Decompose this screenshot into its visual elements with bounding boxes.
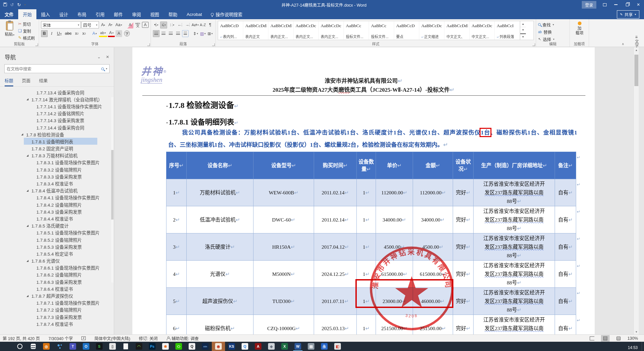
redo-button[interactable]: ↻ bbox=[17, 2, 21, 7]
table-cell[interactable]: WEW-600B↵ bbox=[253, 179, 314, 206]
style-gallery-item-投标文件...[interactable]: AaBbCc投标文件... bbox=[344, 21, 369, 40]
borders-button[interactable]: ⊞▾ bbox=[207, 30, 213, 37]
table-cell[interactable]: 完好↵ bbox=[453, 179, 474, 206]
save-button[interactable] bbox=[3, 2, 7, 7]
collapse-triangle-icon[interactable]: ◢ bbox=[26, 294, 31, 297]
teams-icon[interactable]: T bbox=[66, 342, 79, 351]
nav-heading-item[interactable]: ◢1.7.7.14 激光焊接机（全自动焊机） bbox=[0, 96, 114, 103]
character-border-button[interactable]: A bbox=[142, 22, 149, 28]
nav-heading-item[interactable]: ◢1.7.8.3 万能材料试验机 bbox=[0, 152, 114, 159]
nav-heading-item[interactable]: 1.7.8.6.4 校准证书 bbox=[0, 285, 114, 292]
table-cell[interactable]: 1↵ bbox=[357, 179, 376, 206]
table-cell[interactable]: 自有↵ bbox=[555, 261, 576, 288]
ribbon-tab-帮助[interactable]: 帮助 bbox=[164, 9, 182, 19]
nav-tab-标题[interactable]: 标题 bbox=[5, 77, 13, 86]
utility-app-icon[interactable]: ◆ bbox=[265, 342, 278, 351]
line-spacing-button[interactable]: ⇕▾ bbox=[192, 30, 199, 37]
table-header-cell[interactable]: 生产（制造）厂房详细地址↵ bbox=[474, 152, 555, 179]
nav-heading-item[interactable]: 1.7.8.3.3 设备采购发票 bbox=[0, 173, 114, 180]
nav-heading-item[interactable]: 1.7.8.5.4 检定证书 bbox=[0, 250, 114, 257]
paste-button[interactable]: 粘贴▾ bbox=[2, 21, 17, 41]
table-cell[interactable]: 江苏省淮安市淮安区经济开发区237路东藏军洞路以南88号↵ bbox=[474, 206, 555, 233]
zoom-level[interactable]: 130% bbox=[627, 336, 638, 341]
excel-icon[interactable]: X bbox=[278, 342, 291, 351]
nav-heading-item[interactable]: 1.7.8.3.1 设备现场操作实景图片 bbox=[0, 159, 114, 166]
collapse-triangle-icon[interactable]: ◢ bbox=[26, 259, 31, 262]
table-cell[interactable]: 2011.02.14↵ bbox=[314, 179, 357, 206]
nav-heading-item[interactable]: 1.7.8.3.4 校准证书 bbox=[0, 180, 114, 187]
nav-heading-item[interactable]: 1.7.8.1 设备明细列表 bbox=[0, 138, 114, 145]
font-name-combo[interactable]: 宋体▾ bbox=[41, 21, 81, 28]
nav-heading-item[interactable]: 1.7.7.14.1 设备现场操作实景图片 bbox=[0, 103, 114, 110]
bold-button[interactable]: B bbox=[41, 30, 48, 37]
table-cell[interactable]: 112000.00↵ bbox=[413, 179, 453, 206]
style-gallery-item-中文正文、[interactable]: AaBbCcDdI中文正文、 bbox=[444, 21, 470, 40]
styles-scroll-up-button[interactable]: ▲ bbox=[520, 21, 526, 27]
nav-heading-item[interactable]: 1.7.8.2 固定资产证明 bbox=[0, 145, 114, 152]
style-gallery-item-正文缩进[interactable]: AaBbCcDc↵正文缩进 bbox=[419, 21, 444, 40]
align-left-button[interactable] bbox=[153, 30, 160, 37]
text-effects-button[interactable]: A▾ bbox=[91, 30, 98, 37]
photos-app-icon[interactable]: ◎ bbox=[40, 342, 53, 351]
clock[interactable]: 14:53 bbox=[624, 346, 642, 350]
active-orange-app-icon[interactable]: ◉ bbox=[212, 342, 225, 351]
table-cell[interactable]: 江苏省淮安市淮安区经济开发区237路东藏军洞路以南88号↵ bbox=[474, 261, 555, 288]
ribbon-tab-Acrobat[interactable]: Acrobat bbox=[182, 9, 207, 19]
nav-heading-item[interactable]: 1.7.8.4.3 设备采购发票 bbox=[0, 208, 114, 215]
print-layout-button[interactable] bbox=[601, 335, 610, 342]
collapse-triangle-icon[interactable]: ◢ bbox=[21, 133, 26, 136]
restore-button[interactable] bbox=[621, 0, 633, 9]
nav-heading-item[interactable]: 1.7.8.7.2 设备铭牌照片 bbox=[0, 306, 114, 313]
table-cell[interactable]: 1↵ bbox=[166, 179, 187, 206]
web-layout-button[interactable] bbox=[614, 335, 623, 342]
table-cell[interactable]: 34000.00↵ bbox=[413, 206, 453, 233]
scroll-up-arrow[interactable]: ▲ bbox=[634, 47, 639, 53]
shrink-font-button[interactable]: A▾ bbox=[107, 22, 114, 28]
undo-button[interactable]: ↺ bbox=[10, 2, 14, 7]
outlook-icon[interactable]: O bbox=[79, 342, 93, 351]
show-desktop-button[interactable] bbox=[642, 342, 644, 351]
ribbon-tab-布局[interactable]: 布局 bbox=[73, 9, 91, 19]
font-color-button[interactable]: A▾ bbox=[108, 30, 115, 37]
ribbon-tab-引用[interactable]: 引用 bbox=[91, 9, 109, 19]
character-shading-button[interactable]: A bbox=[115, 30, 122, 37]
table-cell[interactable]: 江苏省淮安市淮安区经济开发区237路东藏军洞路以南88号↵ bbox=[474, 233, 555, 261]
collapse-ribbon-button[interactable]: ∧ bbox=[622, 42, 624, 46]
strikethrough-button[interactable]: abc bbox=[64, 30, 73, 37]
table-header-cell[interactable]: 购买时间↵ bbox=[314, 152, 357, 179]
table-header-cell[interactable]: 金额↵ bbox=[413, 152, 453, 179]
styles-scroll-down-button[interactable]: ▼ bbox=[520, 27, 526, 33]
table-cell[interactable]: 完好↵ bbox=[453, 206, 474, 233]
cut-button[interactable]: ✂剪切 bbox=[17, 21, 36, 27]
collapse-triangle-icon[interactable]: ◢ bbox=[26, 98, 31, 101]
shading-button[interactable]: ▨▾ bbox=[200, 30, 206, 37]
nav-heading-item[interactable]: 1.7.8.7.3 设备采购发票 bbox=[0, 313, 114, 320]
navigation-pane-options-chevron[interactable]: ⌄ bbox=[97, 55, 101, 59]
table-cell[interactable]: 自有↵ bbox=[555, 206, 576, 233]
red-blue-app-icon[interactable]: ◧ bbox=[331, 342, 344, 351]
table-cell[interactable]: CZQ-10000G↵ bbox=[253, 315, 314, 335]
style-gallery-item-投标文件...[interactable]: AaBbCc投标文件... bbox=[369, 21, 394, 40]
table-cell[interactable]: 1↵ bbox=[357, 206, 376, 233]
increase-indent-button[interactable]: → bbox=[184, 22, 191, 28]
close-button[interactable]: ✕ bbox=[633, 0, 644, 9]
table-cell[interactable]: DWC-60↵ bbox=[253, 206, 314, 233]
ks-app-icon[interactable]: KS bbox=[225, 342, 238, 351]
nav-heading-item[interactable]: ◢1.7.8.7 超声波探伤仪 bbox=[0, 292, 114, 299]
nav-heading-item[interactable]: 1.7.8.3.2 设备铭牌照片 bbox=[0, 166, 114, 173]
grow-font-button[interactable]: A▴ bbox=[100, 22, 106, 28]
calculator-icon[interactable] bbox=[26, 342, 40, 351]
nav-tab-页面[interactable]: 页面 bbox=[22, 77, 30, 86]
clipboard-dialog-launcher[interactable] bbox=[35, 43, 38, 46]
table-cell[interactable]: TUD300↵ bbox=[253, 288, 314, 315]
clear-formatting-button[interactable]: A bbox=[127, 22, 133, 28]
table-cell[interactable]: HR150A↵ bbox=[253, 233, 314, 261]
style-gallery-item-表内正文...[interactable]: AaBbCcDdI表内正文... bbox=[268, 21, 294, 40]
addins-button[interactable]: 加载项 bbox=[572, 21, 587, 35]
table-cell[interactable]: 自有↵ bbox=[555, 288, 576, 315]
search-options-chevron[interactable]: ▾ bbox=[106, 67, 107, 70]
tell-me-search[interactable]: 操作说明搜索 bbox=[207, 9, 247, 19]
style-gallery-item-列表段落[interactable]: AaBbCcI↵列表段落 bbox=[495, 21, 520, 40]
document-scrollbar[interactable]: ▲ ▼ bbox=[633, 47, 639, 334]
nav-heading-item[interactable]: ◢1.7.8.4 低温冲击试验机 bbox=[0, 187, 114, 194]
